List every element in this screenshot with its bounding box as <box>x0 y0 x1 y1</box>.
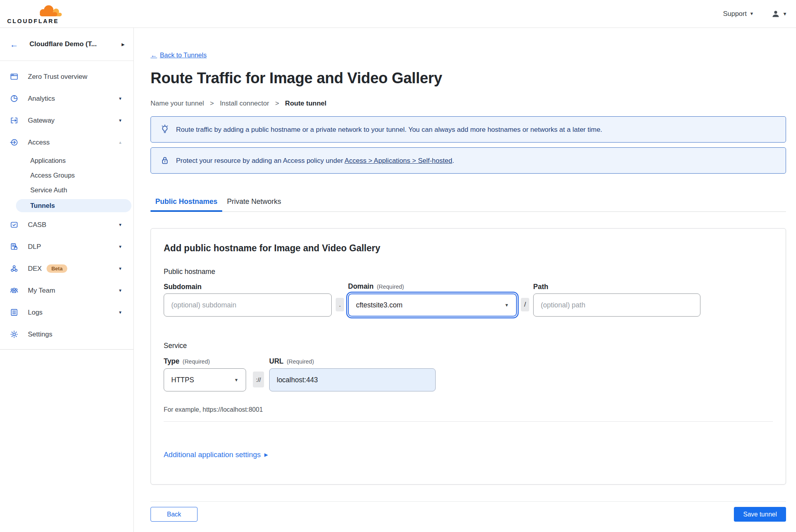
chevron-right-icon: ▶ <box>264 452 268 457</box>
sidebar-item-access-groups[interactable]: Access Groups <box>0 168 133 183</box>
tab-bar: Public Hostnames Private Networks <box>151 198 786 212</box>
service-type-field: Type (Required) HTTPS ▼ <box>164 357 246 391</box>
lock-icon <box>160 155 170 166</box>
slash-separator: / <box>521 298 529 311</box>
access-icon <box>10 138 19 147</box>
save-tunnel-button[interactable]: Save tunnel <box>734 507 786 522</box>
sidebar-item-access[interactable]: Access ▲ <box>0 131 133 153</box>
logs-icon <box>10 308 19 317</box>
public-hostname-section-label: Public hostname <box>164 267 773 276</box>
dex-network-icon <box>10 264 19 273</box>
casb-icon <box>10 220 19 229</box>
url-required-note: (Required) <box>287 357 314 366</box>
chevron-down-icon: ▼ <box>118 311 122 315</box>
zero-trust-dashboard: CLOUDFLARE Support ▼ ▼ ← C <box>0 0 796 532</box>
info-banner-route-traffic: Route traffic by adding a public hostnam… <box>151 116 786 143</box>
tab-public-hostnames[interactable]: Public Hostnames <box>151 198 222 212</box>
sidebar-item-gateway[interactable]: Gateway ▼ <box>0 110 133 131</box>
banner-text: Route traffic by adding a public hostnam… <box>176 125 602 134</box>
step-install-connector[interactable]: Install connector <box>220 99 269 108</box>
sidebar-nav: Zero Trust overview Analytics ▼ Gateway … <box>0 61 133 345</box>
breadcrumb-steps: Name your tunnel > Install connector > R… <box>151 99 786 108</box>
service-section-label: Service <box>164 341 773 350</box>
domain-select[interactable]: cftestsite3.com ▼ <box>348 293 517 317</box>
chevron-down-icon: ▼ <box>782 12 787 16</box>
support-label: Support <box>723 10 747 18</box>
subdomain-label: Subdomain <box>164 282 201 291</box>
pie-chart-icon <box>10 94 19 103</box>
cloudflare-wordmark: CLOUDFLARE <box>7 18 63 24</box>
type-label: Type <box>164 357 180 366</box>
sidebar-item-casb[interactable]: CASB ▼ <box>0 214 133 236</box>
subdomain-field: Subdomain <box>164 282 332 317</box>
sidebar-item-dex[interactable]: DEX Beta ▼ <box>0 258 133 280</box>
team-switcher[interactable]: ← Cloudflare Demo (T... ▶ <box>0 28 133 61</box>
step-separator: > <box>275 99 279 108</box>
service-field-row: Type (Required) HTTPS ▼ :// URL (Require… <box>164 357 773 391</box>
step-route-tunnel: Route tunnel <box>285 99 327 108</box>
sidebar-item-dlp[interactable]: DLP ▼ <box>0 236 133 258</box>
domain-field: Domain (Required) cftestsite3.com ▼ <box>348 282 517 317</box>
caret-down-icon: ▼ <box>234 378 239 382</box>
chevron-up-icon: ▲ <box>118 141 122 145</box>
document-lock-icon <box>10 242 19 251</box>
sidebar-item-my-team[interactable]: My Team ▼ <box>0 280 133 301</box>
gateway-icon <box>10 116 19 125</box>
chevron-down-icon: ▼ <box>118 245 122 249</box>
lightbulb-icon <box>160 124 170 135</box>
domain-required-note: (Required) <box>377 282 404 291</box>
user-menu[interactable]: ▼ <box>771 10 787 18</box>
sidebar-item-applications[interactable]: Applications <box>0 153 133 168</box>
sidebar: ← Cloudflare Demo (T... ▶ Zero Trust ove… <box>0 28 134 532</box>
support-menu[interactable]: Support ▼ <box>723 10 754 18</box>
sidebar-item-service-auth[interactable]: Service Auth <box>0 183 133 198</box>
hostname-field-row: Subdomain . Domain (Required) cftestsite… <box>164 282 773 317</box>
chevron-right-icon: ▶ <box>121 42 125 47</box>
info-banner-access-policy: Protect your resource by adding an Acces… <box>151 147 786 174</box>
path-input[interactable] <box>533 293 700 317</box>
sidebar-item-zero-trust-overview[interactable]: Zero Trust overview <box>0 66 133 88</box>
back-arrow-icon[interactable]: ← <box>10 40 18 49</box>
sidebar-divider <box>0 349 133 350</box>
dot-separator: . <box>336 298 344 311</box>
footer-actions: Back Save tunnel <box>151 507 786 522</box>
service-url-field: URL (Required) <box>269 357 436 391</box>
page-title: Route Traffic for Image and Video Galler… <box>151 69 786 87</box>
url-label: URL <box>269 357 284 366</box>
window-icon <box>10 72 19 81</box>
access-applications-self-hosted-link[interactable]: Access > Applications > Self-hosted <box>344 157 452 164</box>
beta-badge: Beta <box>47 264 67 273</box>
path-label: Path <box>533 282 548 291</box>
chevron-down-icon: ▼ <box>749 12 754 16</box>
tab-private-networks[interactable]: Private Networks <box>222 198 286 212</box>
additional-application-settings-link[interactable]: Additional application settings ▶ <box>164 450 268 460</box>
step-separator: > <box>210 99 214 108</box>
back-to-tunnels-link[interactable]: ← Back to Tunnels <box>151 51 207 59</box>
domain-label: Domain <box>348 282 374 291</box>
back-button[interactable]: Back <box>151 507 198 522</box>
user-icon <box>771 10 780 18</box>
scheme-separator: :// <box>253 372 264 387</box>
card-divider <box>164 421 773 422</box>
step-name-your-tunnel[interactable]: Name your tunnel <box>151 99 204 108</box>
chevron-down-icon: ▼ <box>118 289 122 293</box>
subdomain-input[interactable] <box>164 293 332 317</box>
gear-icon <box>10 330 19 339</box>
service-url-input[interactable] <box>269 368 436 391</box>
chevron-down-icon: ▼ <box>118 223 122 227</box>
chevron-down-icon: ▼ <box>118 97 122 101</box>
main-content: ← Back to Tunnels Route Traffic for Imag… <box>134 28 796 532</box>
cloudflare-logo[interactable]: CLOUDFLARE <box>7 3 63 24</box>
sidebar-item-settings[interactable]: Settings <box>0 323 133 345</box>
footer-divider <box>151 501 786 502</box>
top-bar-right: Support ▼ ▼ <box>723 10 787 18</box>
path-field: Path <box>533 282 700 317</box>
service-type-select[interactable]: HTTPS ▼ <box>164 368 246 391</box>
sidebar-item-tunnels[interactable]: Tunnels <box>16 199 131 212</box>
chevron-down-icon: ▼ <box>118 119 122 123</box>
caret-down-icon: ▼ <box>505 303 509 307</box>
sidebar-item-logs[interactable]: Logs ▼ <box>0 301 133 323</box>
team-name: Cloudflare Demo (T... <box>29 40 121 48</box>
url-example-text: For example, https://localhost:8001 <box>164 405 773 414</box>
sidebar-item-analytics[interactable]: Analytics ▼ <box>0 88 133 110</box>
